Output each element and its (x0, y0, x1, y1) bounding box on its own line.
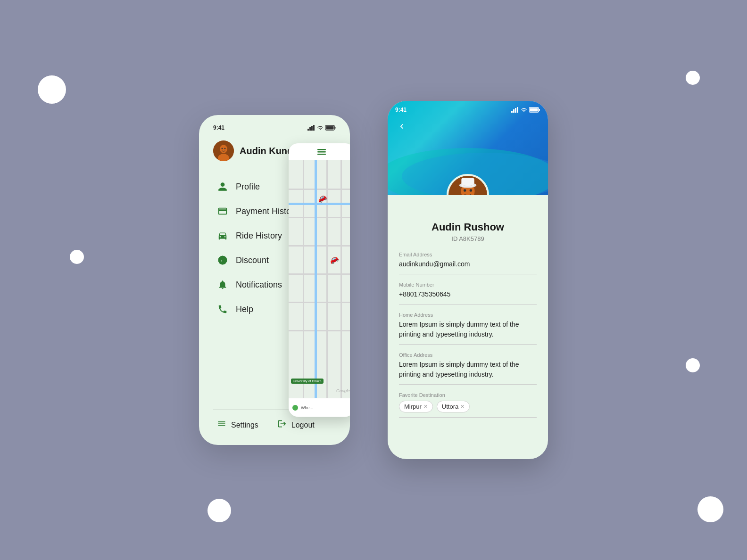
map-bottom-bar: Whe... (289, 398, 350, 417)
svg-point-8 (220, 145, 227, 153)
svg-rect-1 (309, 127, 311, 131)
field-label-office: Office Address (399, 352, 537, 358)
bottom-item-logout[interactable]: Logout (277, 419, 315, 431)
tag-label-uttora: Uttora (442, 403, 458, 410)
svg-rect-14 (317, 149, 326, 150)
deco-circle-5 (208, 499, 231, 522)
profile-header-bg: 9:41 (388, 101, 548, 195)
svg-rect-0 (307, 129, 309, 131)
tag-close-uttora[interactable]: ✕ (460, 404, 465, 410)
logout-icon (277, 419, 287, 431)
avatar-left (213, 140, 234, 161)
car-icon (217, 230, 228, 241)
menu-label-discount: Discount (236, 255, 269, 265)
field-favorite-destination: Favorite Destination Mirpur ✕ Uttora ✕ (399, 392, 537, 418)
field-value-email: audinkundu@gmail.com (399, 259, 537, 269)
field-value-home: Lorem Ipsum is simply dummy text of the … (399, 320, 537, 339)
bottom-label-logout: Logout (291, 421, 315, 429)
wifi-icon (317, 125, 324, 131)
phones-container: 9:41 (199, 101, 548, 459)
map-badge: University of Dhaka (291, 379, 324, 384)
field-value-office: Lorem Ipsum is simply dummy text of the … (399, 360, 537, 379)
status-bar-left: 9:41 (213, 124, 336, 131)
map-content: 🚗 🚗 Google University of Dhaka Whe... (289, 160, 350, 417)
svg-rect-16 (317, 154, 326, 155)
left-phone: 9:41 (199, 115, 350, 445)
field-label-email: Email Address (399, 252, 537, 257)
field-value-mobile: +8801735350645 (399, 289, 537, 299)
field-mobile: Mobile Number +8801735350645 (399, 282, 537, 305)
map-destination-text: Whe... (301, 405, 313, 410)
menu-label-profile: Profile (236, 182, 260, 192)
profile-icon (217, 181, 228, 192)
field-label-mobile: Mobile Number (399, 282, 537, 288)
tag-label-mirpur: Mirpur (404, 403, 422, 410)
deco-circle-6 (697, 496, 723, 522)
profile-id: ID A8K5789 (399, 235, 537, 242)
svg-rect-5 (335, 127, 336, 129)
svg-rect-2 (311, 126, 313, 131)
field-email: Email Address audinkundu@gmail.com (399, 252, 537, 274)
profile-status-bar: 9:41 (388, 101, 548, 119)
menu-label-ride: Ride History (236, 231, 282, 241)
status-icons-right (511, 107, 540, 113)
bottom-item-settings[interactable]: Settings (217, 419, 258, 431)
svg-point-10 (222, 148, 223, 149)
payment-icon (217, 206, 228, 217)
deco-circle-4 (686, 358, 700, 372)
svg-point-27 (464, 189, 466, 191)
settings-icon (217, 419, 226, 431)
battery-icon-right (529, 107, 540, 113)
map-google-label: Google (336, 388, 350, 393)
hamburger-icon (317, 148, 326, 155)
right-phone: 9:41 (388, 101, 548, 459)
tags-row: Mirpur ✕ Uttora ✕ (399, 401, 537, 412)
svg-point-28 (470, 189, 472, 191)
field-office-address: Office Address Lorem Ipsum is simply dum… (399, 352, 537, 385)
field-label-home: Home Address (399, 312, 537, 318)
map-header (289, 143, 350, 160)
profile-name: Audin Rushow (399, 221, 537, 233)
bottom-menu: Settings Logout (213, 414, 336, 436)
tag-mirpur[interactable]: Mirpur ✕ (399, 401, 433, 412)
svg-rect-22 (539, 109, 540, 111)
deco-circle-2 (70, 250, 84, 264)
help-icon (217, 304, 228, 315)
menu-label-help: Help (236, 305, 253, 314)
profile-avatar (447, 174, 489, 195)
svg-point-12 (220, 258, 222, 259)
signal-icon (307, 125, 315, 131)
discount-icon (217, 255, 228, 266)
deco-circle-3 (686, 71, 700, 85)
menu-label-notifications: Notifications (236, 280, 282, 290)
svg-point-11 (224, 148, 226, 149)
svg-rect-15 (317, 151, 326, 153)
map-dot (292, 405, 298, 411)
bottom-label-settings: Settings (231, 421, 258, 429)
svg-rect-3 (313, 125, 315, 131)
status-time-left: 9:41 (213, 124, 224, 131)
field-home-address: Home Address Lorem Ipsum is simply dummy… (399, 312, 537, 345)
status-icons-left (307, 125, 336, 131)
back-button[interactable] (395, 120, 408, 133)
profile-avatar-wrapper (447, 174, 489, 195)
map-overlay: 🚗 🚗 Google University of Dhaka Whe... (289, 143, 350, 417)
svg-rect-20 (517, 107, 518, 113)
field-label-fav-dest: Favorite Destination (399, 392, 537, 398)
signal-icon-right (511, 107, 519, 113)
deco-circle-1 (38, 75, 66, 104)
svg-rect-19 (515, 108, 516, 113)
status-time-right: 9:41 (395, 107, 407, 113)
bell-icon (217, 279, 228, 290)
svg-rect-23 (530, 108, 538, 112)
wifi-icon-right (521, 107, 527, 113)
profile-body: Audin Rushow ID A8K5789 Email Address au… (388, 195, 548, 459)
battery-icon (325, 125, 336, 131)
tag-uttora[interactable]: Uttora ✕ (437, 401, 470, 412)
svg-rect-6 (326, 126, 334, 130)
map-car-2: 🚗 (327, 253, 340, 265)
svg-rect-18 (513, 109, 515, 113)
svg-point-13 (224, 261, 225, 263)
tag-close-mirpur[interactable]: ✕ (423, 404, 428, 410)
svg-rect-17 (511, 111, 513, 113)
